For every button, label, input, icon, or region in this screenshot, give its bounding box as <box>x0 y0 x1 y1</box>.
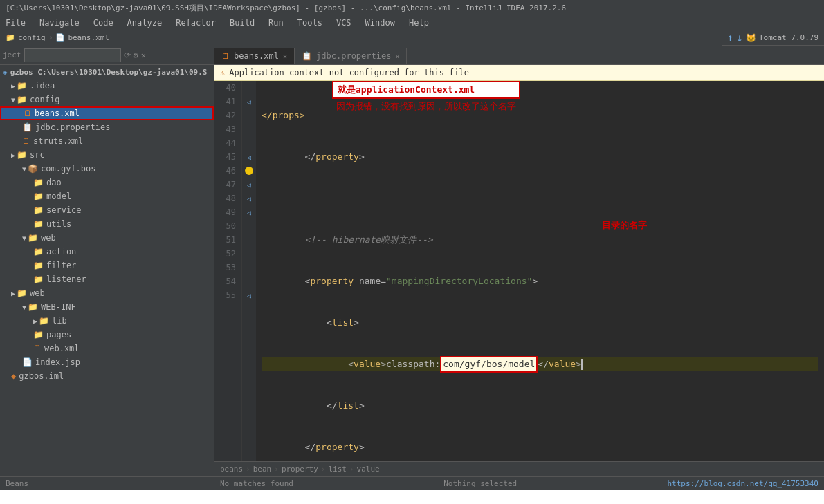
menu-refactor[interactable]: Refactor <box>173 17 219 29</box>
menu-tools[interactable]: Tools <box>295 17 325 29</box>
sidebar-item-index-jsp[interactable]: 📄 index.jsp <box>0 355 214 369</box>
bulb-icon[interactable] <box>245 167 253 175</box>
top-right-toolbar: ↑ ↓ 🐱 Tomcat 7.0.79 <box>722 31 824 44</box>
sidebar-item-dao[interactable]: 📁 dao <box>0 176 214 189</box>
prop-icon: 📋 <box>22 122 33 132</box>
menu-file[interactable]: File <box>3 17 28 29</box>
editor-area: 🗒 beans.xml ✕ 📋 jdbc.properties ✕ ⚠ Appl… <box>214 46 824 476</box>
folder-icon: 📁 <box>33 178 44 187</box>
gutter: ◁ ◁ ◁ ◁ ◁ ◁ <box>242 81 256 461</box>
sync-icon[interactable]: ⟳ <box>124 50 131 60</box>
sidebar-item-beans-xml[interactable]: 🗒 beans.xml <box>0 106 214 120</box>
csdn-url[interactable]: https://blog.csdn.net/qq_41753340 <box>667 479 818 488</box>
sidebar-item-utils[interactable]: 📁 utils <box>0 217 214 231</box>
sidebar-item-label: index.jsp <box>35 357 80 367</box>
breadcrumb-config[interactable]: config <box>18 33 46 42</box>
folder-icon: 📁 <box>17 150 27 160</box>
tab-beans-xml[interactable]: 🗒 beans.xml ✕ <box>214 48 295 64</box>
sidebar: ject ⟳ ⚙ ✕ ◈ gzbos C:\Users\10301\Deskto… <box>0 46 214 476</box>
sidebar-item-filter[interactable]: 📁 filter <box>0 259 214 272</box>
sidebar-item-label: action <box>46 247 76 256</box>
project-label: ject <box>3 50 21 59</box>
code-line-48: </property> <box>262 440 818 454</box>
menu-navigate[interactable]: Navigate <box>37 17 82 29</box>
chevron-right-icon: ▶ <box>11 290 15 297</box>
arrow-down-icon[interactable]: ↓ <box>736 31 743 44</box>
menu-run[interactable]: Run <box>266 17 286 29</box>
sidebar-item-label: com.gyf.bos <box>41 164 95 174</box>
code-line-45: <list> <box>262 316 818 330</box>
menu-code[interactable]: Code <box>91 17 116 29</box>
chevron-down-icon: ▼ <box>11 96 15 104</box>
sidebar-item-gzbos-iml[interactable]: ◆ gzbos.iml <box>0 369 214 383</box>
folder-icon: 📁 <box>17 288 27 298</box>
sidebar-item-label: struts.xml <box>33 136 83 146</box>
sidebar-item-struts-xml[interactable]: 🗒 struts.xml <box>0 134 214 148</box>
breadcrumb-beans-xml[interactable]: beans.xml <box>68 33 109 42</box>
folder-icon: 📁 <box>33 261 44 270</box>
sidebar-item-web-inf[interactable]: ▼ 📁 WEB-INF <box>0 300 214 314</box>
code-content[interactable]: </props> </property> <!-- hibernate映射文件-… <box>256 81 824 461</box>
gear-icon[interactable]: ✕ <box>141 50 146 60</box>
sidebar-item-idea[interactable]: ▶ 📁 .idea <box>0 79 214 93</box>
main-layout: ject ⟳ ⚙ ✕ ◈ gzbos C:\Users\10301\Deskto… <box>0 46 824 476</box>
sidebar-item-label: web <box>41 233 56 243</box>
tab-jdbc-properties[interactable]: 📋 jdbc.properties ✕ <box>295 48 407 64</box>
tab-label: jdbc.properties <box>316 51 391 61</box>
sidebar-item-action[interactable]: 📁 action <box>0 245 214 259</box>
sidebar-item-jdbc-properties[interactable]: 📋 jdbc.properties <box>0 120 214 134</box>
folder-icon: 📦 <box>28 164 38 174</box>
menu-vcs[interactable]: VCS <box>333 17 354 29</box>
tab-close-icon[interactable]: ✕ <box>395 53 399 60</box>
sidebar-item-com-gyf-bos[interactable]: ▼ 📦 com.gyf.bos <box>0 162 214 176</box>
sidebar-item-label: gzbos.iml <box>19 371 64 381</box>
sidebar-item-web-root[interactable]: ▶ 📁 web <box>0 286 214 300</box>
code-editor[interactable]: 40 41 42 43 44 45 46 47 48 49 50 51 52 5… <box>214 81 824 461</box>
breadcrumb-sep: › <box>349 465 354 474</box>
folder-icon: 📁 <box>28 233 38 243</box>
sidebar-item-config[interactable]: ▼ 📁 config <box>0 93 214 106</box>
menu-bar: File Navigate Code Analyze Refactor Buil… <box>0 15 824 30</box>
sidebar-item-src[interactable]: ▶ 📁 src <box>0 148 214 162</box>
folder-icon: 📁 <box>33 330 44 339</box>
sidebar-item-label: web <box>30 288 45 298</box>
menu-help[interactable]: Help <box>406 17 432 29</box>
sidebar-item-label: lib <box>52 316 67 326</box>
sidebar-item-web[interactable]: ▼ 📁 web <box>0 231 214 245</box>
settings-icon[interactable]: ⚙ <box>134 50 138 60</box>
sidebar-item-label: web.xml <box>44 344 80 353</box>
menu-window[interactable]: Window <box>363 17 398 29</box>
sidebar-item-web-xml[interactable]: 🗒 web.xml <box>0 342 214 355</box>
bottom-breadcrumb: beans › bean › property › list › value <box>214 461 824 476</box>
sidebar-item-pages[interactable]: 📁 pages <box>0 328 214 342</box>
breadcrumb-file-icon: 📄 <box>55 33 65 42</box>
breadcrumb-value: value <box>357 465 380 474</box>
sidebar-toolbar: ject ⟳ ⚙ ✕ <box>0 46 214 65</box>
tab-xml-icon: 🗒 <box>221 51 230 61</box>
sidebar-item-listener[interactable]: 📁 listener <box>0 272 214 286</box>
status-left: Beans <box>0 479 214 488</box>
breadcrumb-sep: › <box>274 465 279 474</box>
menu-analyze[interactable]: Analyze <box>125 17 165 29</box>
chevron-right-icon: ▶ <box>33 317 37 325</box>
sidebar-item-model[interactable]: 📁 model <box>0 189 214 203</box>
sidebar-item-lib[interactable]: ▶ 📁 lib <box>0 314 214 328</box>
no-matches-text: No matches found <box>220 479 293 488</box>
code-line-41: </property> <box>262 150 818 164</box>
project-path: ◈ gzbos C:\Users\10301\Desktop\gz-java01… <box>0 65 214 79</box>
tomcat-icon: 🐱 <box>746 33 756 43</box>
arrow-up-icon[interactable]: ↑ <box>727 31 734 44</box>
sidebar-item-label: service <box>46 205 82 215</box>
sidebar-item-label: dao <box>46 178 62 187</box>
tab-close-icon[interactable]: ✕ <box>283 53 287 60</box>
tomcat-label[interactable]: Tomcat 7.0.79 <box>759 33 818 42</box>
sidebar-item-service[interactable]: 📁 service <box>0 203 214 217</box>
search-input[interactable] <box>24 48 121 62</box>
sidebar-item-label: config <box>30 95 59 104</box>
sidebar-item-label: jdbc.properties <box>35 122 110 132</box>
menu-build[interactable]: Build <box>227 17 257 29</box>
folder-icon: 📁 <box>33 247 44 256</box>
breadcrumb: 📁 config › 📄 beans.xml <box>0 30 722 46</box>
folder-icon: 📁 <box>17 95 27 104</box>
status-beans-label: Beans <box>6 479 28 488</box>
